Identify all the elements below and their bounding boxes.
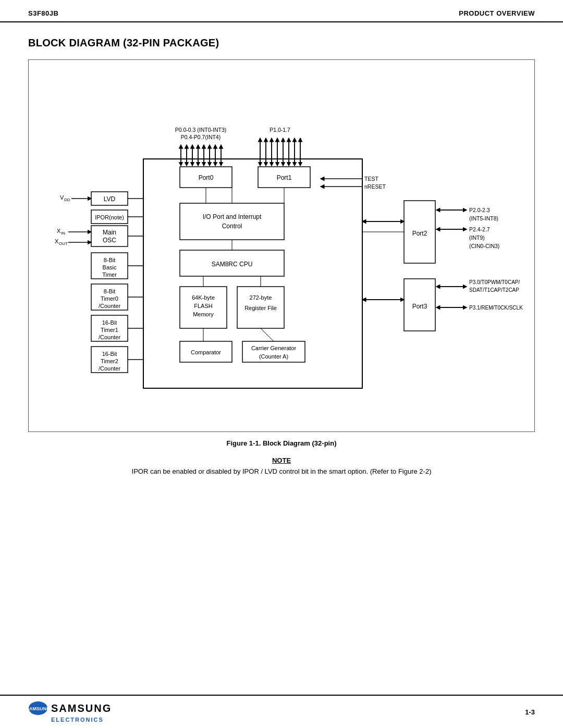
svg-text:TEST: TEST — [364, 176, 378, 182]
svg-text:P0.0-0.3 (INT0-INT3): P0.0-0.3 (INT0-INT3) — [175, 127, 227, 133]
svg-text:X: X — [55, 238, 59, 244]
svg-text:Register File: Register File — [244, 305, 277, 311]
svg-text:Memory: Memory — [193, 311, 214, 317]
svg-text:Port0: Port0 — [199, 174, 214, 181]
block-diagram-container: V DD LVD IPOR(note) X IN X OUT — [28, 59, 535, 432]
svg-text:P1.0-1.7: P1.0-1.7 — [270, 127, 290, 133]
brand-text: SAMSUNG — [51, 702, 112, 714]
note-text: IPOR can be enabled or disabled by IPOR … — [28, 467, 535, 475]
svg-text:IPOR(note): IPOR(note) — [95, 214, 124, 220]
svg-rect-31 — [143, 159, 362, 388]
svg-text:OSC: OSC — [103, 237, 116, 244]
svg-text:272-byte: 272-byte — [250, 294, 272, 301]
svg-text:Port2: Port2 — [412, 230, 427, 237]
header-right: PRODUCT OVERVIEW — [459, 9, 535, 17]
svg-text:8-Bit: 8-Bit — [104, 257, 116, 263]
svg-rect-71 — [180, 203, 284, 240]
svg-text:(INT9): (INT9) — [469, 235, 485, 241]
footer-logo: SAMSUNG SAMSUNG ELECTRONICS — [28, 701, 112, 723]
vdd-label: V — [60, 194, 64, 201]
svg-text:DD: DD — [64, 198, 70, 202]
svg-text:16-Bit: 16-Bit — [102, 319, 117, 326]
svg-text:/Counter: /Counter — [99, 303, 121, 309]
electronics-text: ELECTRONICS — [51, 717, 104, 723]
svg-text:I/O Port and Interrupt: I/O Port and Interrupt — [203, 213, 262, 220]
svg-text:64K-byte: 64K-byte — [192, 294, 215, 301]
svg-text:SAMSUNG: SAMSUNG — [28, 706, 48, 711]
svg-text:SDAT/T1CAP/T2CAP: SDAT/T1CAP/T2CAP — [469, 287, 519, 293]
svg-text:Main: Main — [103, 229, 116, 236]
svg-text:/Counter: /Counter — [99, 334, 121, 340]
svg-text:nRESET: nRESET — [364, 183, 386, 190]
page-footer: SAMSUNG SAMSUNG ELECTRONICS 1-3 — [0, 695, 563, 728]
svg-text:Control: Control — [222, 223, 242, 230]
svg-text:Timer2: Timer2 — [101, 358, 118, 364]
figure-caption: Figure 1-1. Block Diagram (32-pin) — [28, 439, 535, 447]
note-title: NOTE — [28, 456, 535, 464]
page-header: S3F80JB PRODUCT OVERVIEW — [0, 0, 563, 22]
svg-text:Timer0: Timer0 — [101, 295, 118, 302]
note-section: NOTE IPOR can be enabled or disabled by … — [28, 456, 535, 475]
svg-text:Basic: Basic — [103, 264, 117, 270]
page-title: BLOCK DIAGRAM (32-PIN PACKAGE) — [28, 37, 535, 49]
samsung-logo: SAMSUNG SAMSUNG — [28, 701, 112, 715]
svg-text:P0.4-P0.7(INT4): P0.4-P0.7(INT4) — [181, 134, 221, 140]
svg-text:8-Bit: 8-Bit — [104, 288, 116, 294]
page-number: 1-3 — [525, 708, 535, 716]
svg-text:16-Bit: 16-Bit — [102, 351, 117, 357]
svg-text:/Counter: /Counter — [99, 365, 121, 372]
svg-text:(INT5-INT8): (INT5-INT8) — [469, 215, 498, 221]
svg-text:(CIN0-CIN3): (CIN0-CIN3) — [469, 243, 499, 249]
svg-text:SAM8RC CPU: SAM8RC CPU — [212, 261, 253, 268]
svg-text:OUT: OUT — [59, 241, 68, 246]
svg-text:Timer: Timer — [102, 272, 117, 278]
samsung-icon: SAMSUNG — [28, 701, 48, 715]
svg-text:Carrier Generator: Carrier Generator — [251, 345, 297, 351]
svg-text:P3.1/REM/T0CK/SCLK: P3.1/REM/T0CK/SCLK — [469, 305, 523, 311]
header-left: S3F80JB — [28, 9, 58, 17]
page-content: BLOCK DIAGRAM (32-PIN PACKAGE) V DD — [0, 22, 563, 486]
svg-text:(Counter A): (Counter A) — [259, 353, 288, 360]
svg-text:FLASH: FLASH — [194, 303, 213, 309]
svg-text:P2.0-2.3: P2.0-2.3 — [469, 207, 490, 213]
svg-text:IN: IN — [61, 231, 65, 236]
svg-text:Port1: Port1 — [277, 174, 292, 181]
svg-text:Timer1: Timer1 — [101, 327, 118, 333]
svg-text:LVD: LVD — [104, 195, 116, 203]
svg-text:X: X — [57, 228, 61, 234]
diagram-svg: V DD LVD IPOR(note) X IN X OUT — [39, 76, 524, 421]
svg-text:Port3: Port3 — [412, 303, 427, 310]
svg-text:P3.0/T0PWM/T0CAP/: P3.0/T0PWM/T0CAP/ — [469, 279, 520, 285]
svg-text:Comparator: Comparator — [191, 349, 221, 355]
svg-line-95 — [261, 328, 274, 341]
svg-text:P2.4-2.7: P2.4-2.7 — [469, 226, 490, 232]
